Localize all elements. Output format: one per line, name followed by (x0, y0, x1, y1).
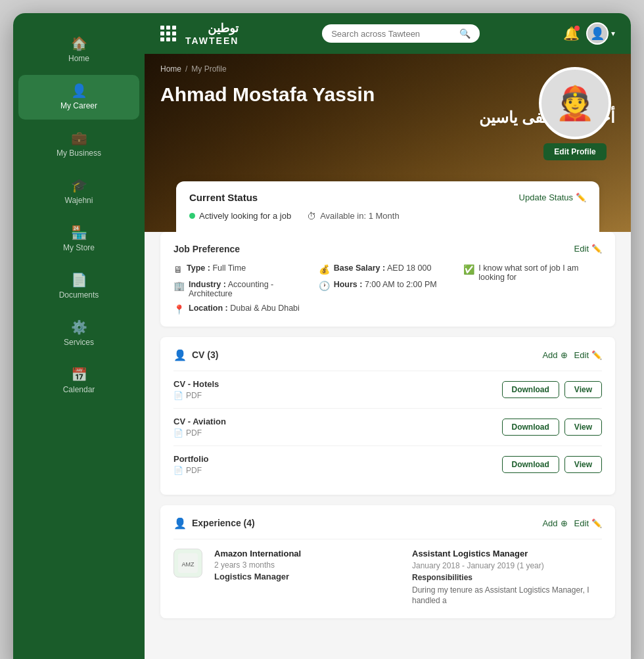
logo-dots (160, 26, 176, 41)
svg-text:AMZ: AMZ (182, 561, 195, 568)
home-icon: 🏠 (71, 37, 87, 50)
job-preference-header: Job Preference Edit ✏️ (173, 244, 602, 254)
pref-industry: 🏢 Industry : Accounting - Architecture (173, 280, 312, 298)
logo-arabic: توطين (185, 21, 239, 35)
person-exp-icon: 👤 (173, 517, 187, 530)
services-icon: ⚙️ (71, 321, 87, 334)
pdf-icon-hotels: 📄 (173, 391, 183, 400)
person-card-icon: 👤 (173, 349, 187, 361)
breadcrumb-current: My Profile (191, 64, 226, 74)
profile-photo-area: 👲 Edit Profile (539, 67, 611, 160)
cv-download-aviation[interactable]: Download (502, 419, 559, 436)
breadcrumb-home[interactable]: Home (160, 64, 181, 74)
pdf-label-portfolio: PDF (186, 466, 202, 475)
exp-responsibilities-title: Responsibilities (412, 573, 602, 582)
sidebar-label-documents: Documents (59, 290, 99, 300)
cv-add-link[interactable]: Add ⊕ (542, 350, 567, 360)
pref-hours: 🕐 Hours : 7:00 AM to 2:00 PM (319, 280, 457, 291)
type-value: Full Time (212, 263, 246, 273)
sidebar-item-my-business[interactable]: 💼 My Business (18, 122, 139, 167)
sidebar-label-wajehni: Wajehni (65, 196, 93, 205)
pdf-label-aviation: PDF (186, 428, 202, 438)
sidebar-item-my-store[interactable]: 🏪 My Store (18, 217, 139, 261)
pref-location: 📍 Location : Dubai & Abu Dhabi (173, 304, 312, 315)
cv-title: CV (3) (192, 350, 218, 360)
sidebar-item-calendar[interactable]: 📅 Calendar (18, 359, 139, 403)
exp-pencil-icon: ✏️ (591, 518, 602, 528)
pref-col-3: ✅ I know what sort of job I am looking f… (463, 263, 602, 315)
cv-type-hotels: 📄 PDF (173, 391, 219, 400)
profile-hero: Home / My Profile Ahmad Mostafa Yassin أ… (145, 54, 631, 232)
sidebar-label-home: Home (68, 54, 89, 63)
sidebar-item-services[interactable]: ⚙️ Services (18, 311, 139, 356)
edit-pencil-icon: ✏️ (576, 193, 586, 202)
cv-name-aviation: CV - Aviation (173, 417, 226, 426)
edit-label: Edit (574, 244, 589, 254)
chevron-down-icon: ▾ (611, 29, 615, 38)
sidebar-label-my-store: My Store (63, 243, 95, 252)
breadcrumb-separator: / (185, 64, 187, 74)
header-actions: 🔔 👤 ▾ (563, 22, 615, 45)
cv-buttons-aviation: Download View (502, 419, 602, 436)
sidebar-item-my-career[interactable]: 👤 My Career (18, 75, 139, 120)
edit-profile-button[interactable]: Edit Profile (543, 143, 606, 160)
cv-download-portfolio[interactable]: Download (502, 456, 559, 473)
status-badge: Actively looking for a job (189, 211, 291, 221)
exp-edit-link[interactable]: Edit ✏️ (574, 518, 602, 528)
experience-card: 👤 Experience (4) Add ⊕ Edit ✏️ (160, 505, 615, 619)
sidebar-item-home[interactable]: 🏠 Home (18, 28, 139, 72)
update-status-link[interactable]: Update Status ✏️ (519, 193, 586, 202)
exp-position: Logistics Manager (214, 572, 404, 581)
experience-title: Experience (4) (192, 518, 255, 528)
notification-dot (574, 26, 580, 31)
avatar: 👤 (586, 22, 609, 45)
job-preference-card: Job Preference Edit ✏️ 🖥 Type : Full Tim… (160, 232, 615, 327)
cv-edit-link[interactable]: Edit ✏️ (574, 350, 602, 360)
cv-view-aviation[interactable]: View (564, 419, 602, 436)
preference-grid: 🖥 Type : Full Time 🏢 Industry : Accounti… (173, 263, 602, 315)
avatar-button[interactable]: 👤 ▾ (586, 22, 615, 45)
cv-buttons-portfolio: Download View (502, 456, 602, 473)
status-card: Current Status Update Status ✏️ Actively… (176, 181, 599, 232)
hours-value: 7:00 AM to 2:00 PM (365, 280, 437, 289)
exp-add-link[interactable]: Add ⊕ (542, 518, 567, 528)
cv-actions: Add ⊕ Edit ✏️ (542, 350, 602, 360)
cv-view-portfolio[interactable]: View (564, 456, 602, 473)
exp-edit-label: Edit (574, 518, 589, 528)
pref-note: ✅ I know what sort of job I am looking f… (463, 263, 602, 282)
job-preference-edit-link[interactable]: Edit ✏️ (574, 244, 602, 254)
exp-left-col: Amazon International 2 years 3 months Lo… (214, 549, 404, 607)
status-text: Actively looking for a job (199, 211, 291, 221)
hours-label: Hours : (334, 280, 363, 289)
cv-type-portfolio: 📄 PDF (173, 466, 208, 475)
page-body: Job Preference Edit ✏️ 🖥 Type : Full Tim… (145, 232, 631, 659)
company-logo: AMZ (173, 549, 202, 578)
cv-item-aviation: CV - Aviation 📄 PDF Download View (173, 408, 602, 445)
sidebar-item-documents[interactable]: 📄 Documents (18, 264, 139, 309)
cv-item-info-portfolio: Portfolio 📄 PDF (173, 454, 208, 475)
notification-button[interactable]: 🔔 (563, 26, 580, 41)
exp-right-col: Assistant Logistics Manager January 2018… (412, 549, 602, 607)
cv-download-hotels[interactable]: Download (502, 381, 559, 398)
clock-icon: ⏱ (307, 211, 316, 221)
sidebar-item-wajehni[interactable]: 🎓 Wajehni (18, 170, 139, 214)
my-business-icon: 💼 (71, 131, 87, 145)
cv-item-info-hotels: CV - Hotels 📄 PDF (173, 379, 219, 400)
job-preference-title: Job Preference (173, 244, 240, 254)
add-circle-icon: ⊕ (561, 350, 568, 360)
exp-date: January 2018 - January 2019 (1 year) (412, 561, 602, 570)
search-input[interactable] (331, 29, 454, 39)
experience-item: AMZ Amazon International 2 years 3 month… (173, 539, 602, 607)
sidebar-label-calendar: Calendar (63, 385, 95, 394)
cv-view-hotels[interactable]: View (564, 381, 602, 398)
calendar-icon: 📅 (71, 368, 87, 381)
exp-description: During my tenure as Assistant Logistics … (412, 585, 602, 607)
wajehni-icon: 🎓 (71, 179, 87, 192)
sidebar-label-my-career: My Career (60, 101, 97, 110)
pdf-icon-portfolio: 📄 (173, 466, 183, 475)
sidebar-label-my-business: My Business (57, 148, 101, 158)
search-bar[interactable]: 🔍 (322, 24, 480, 43)
cv-type-aviation: 📄 PDF (173, 428, 226, 438)
pref-col-1: 🖥 Type : Full Time 🏢 Industry : Accounti… (173, 263, 312, 315)
cv-buttons-hotels: Download View (502, 381, 602, 398)
